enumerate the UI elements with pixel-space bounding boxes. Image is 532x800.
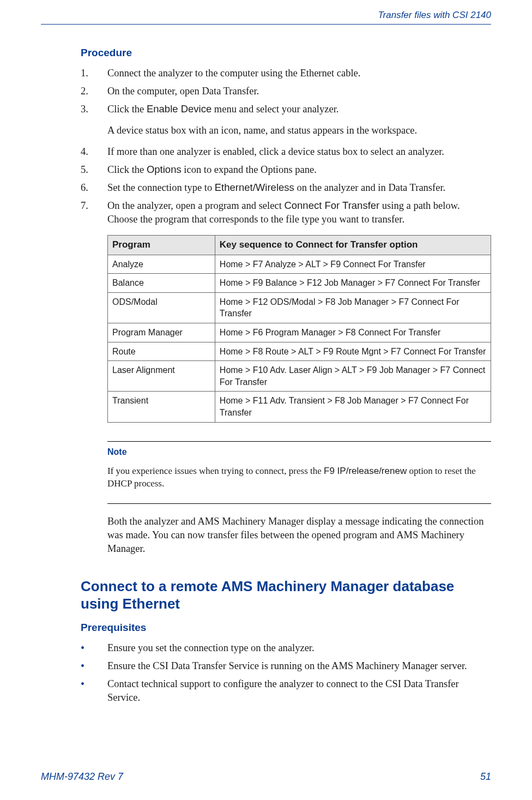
step-6: 6. Set the connection type to Ethernet/W… [107,181,491,195]
cell-sequence: Home > F7 Analyze > ALT > F9 Connect For… [215,255,491,274]
step-number: 4. [81,145,100,159]
step-text: on the analyzer and in Data Transfer. [294,182,445,193]
step-text: icon to expand the Options pane. [182,164,317,175]
key-sequence-table: Program Key sequence to Connect for Tran… [107,235,491,423]
list-item: Contact technical support to configure t… [107,677,491,705]
step-7: 7. On the analyzer, open a program and s… [107,199,491,556]
step-number: 6. [81,181,100,195]
ui-label: Connect For Transfer [284,200,379,211]
footer-doc-id: MHM-97432 Rev 7 [41,771,123,783]
step-3: 3. Click the Enable Device menu and sele… [107,103,491,137]
step-text: On the computer, open Data Transfer. [107,86,259,97]
note-text: If you experience issues when trying to … [107,465,491,490]
ui-label: F9 IP/release/renew [324,466,407,476]
cell-program: Balance [108,274,215,293]
step-number: 2. [81,85,100,98]
step-text: Click the [107,104,147,115]
step-number: 7. [81,199,100,213]
cell-program: Laser Alignment [108,361,215,392]
table-row: Laser AlignmentHome > F10 Adv. Laser Ali… [108,361,491,392]
procedure-heading: Procedure [81,47,491,59]
procedure-steps: 1. Connect the analyzer to the computer … [81,67,491,556]
table-row: BalanceHome > F9 Balance > F12 Job Manag… [108,274,491,293]
step-text: If more than one analyzer is enabled, cl… [107,146,444,157]
step-text: On the analyzer, open a program and sele… [107,200,284,211]
cell-sequence: Home > F10 Adv. Laser Align > ALT > F9 J… [215,361,491,392]
header-rule [41,24,491,25]
step-1: 1. Connect the analyzer to the computer … [107,67,491,80]
section-heading: Connect to a remote AMS Machinery Manage… [81,578,491,613]
cell-sequence: Home > F12 ODS/Modal > F8 Job Manager > … [215,292,491,323]
step-number: 3. [81,103,100,116]
step-number: 5. [81,163,100,177]
cell-sequence: Home > F11 Adv. Transient > F8 Job Manag… [215,392,491,422]
step-4: 4. If more than one analyzer is enabled,… [107,145,491,159]
cell-program: Transient [108,392,215,422]
table-header-program: Program [108,235,215,255]
step-result: A device status box with an icon, name, … [107,124,491,137]
list-item: Ensure the CSI Data Transfer Service is … [107,659,491,673]
list-item-text: Contact technical support to configure t… [107,678,459,703]
table-row: AnalyzeHome > F7 Analyze > ALT > F9 Conn… [108,255,491,274]
cell-sequence: Home > F9 Balance > F12 Job Manager > F7… [215,274,491,293]
step-number: 1. [81,67,100,80]
cell-program: Analyze [108,255,215,274]
table-row: Program ManagerHome > F6 Program Manager… [108,323,491,342]
note-label: Note [107,446,491,458]
step-2: 2. On the computer, open Data Transfer. [107,85,491,98]
header-breadcrumb: Transfer files with CSI 2140 [378,10,491,21]
note-block: Note If you experience issues when tryin… [107,441,491,504]
ui-label: Options [147,164,182,175]
note-text-a: If you experience issues when trying to … [107,466,324,476]
prerequisites-heading: Prerequisites [81,622,491,634]
table-row: TransientHome > F11 Adv. Transient > F8 … [108,392,491,422]
ui-label: Ethernet/Wireless [215,182,294,193]
cell-program: Route [108,342,215,361]
ui-label: Enable Device [147,103,211,115]
table-row: ODS/ModalHome > F12 ODS/Modal > F8 Job M… [108,292,491,323]
cell-program: Program Manager [108,323,215,342]
step-text: Click the [107,164,147,175]
list-item: Ensure you set the connection type on th… [107,641,491,655]
table-header-sequence: Key sequence to Connect for Transfer opt… [215,235,491,255]
step-5: 5. Click the Options icon to expand the … [107,163,491,177]
post-note-paragraph: Both the analyzer and AMS Machinery Mana… [107,515,491,556]
table-row: RouteHome > F8 Route > ALT > F9 Route Mg… [108,342,491,361]
step-text: Connect the analyzer to the computer usi… [107,68,360,79]
list-item-text: Ensure you set the connection type on th… [107,642,315,653]
step-text: menu and select your analyzer. [211,104,338,115]
cell-sequence: Home > F6 Program Manager > F8 Connect F… [215,323,491,342]
cell-sequence: Home > F8 Route > ALT > F9 Route Mgnt > … [215,342,491,361]
cell-program: ODS/Modal [108,292,215,323]
step-text: Set the connection type to [107,182,215,193]
footer-page-number: 51 [480,771,491,783]
list-item-text: Ensure the CSI Data Transfer Service is … [107,660,467,671]
prerequisites-list: Ensure you set the connection type on th… [81,641,491,705]
